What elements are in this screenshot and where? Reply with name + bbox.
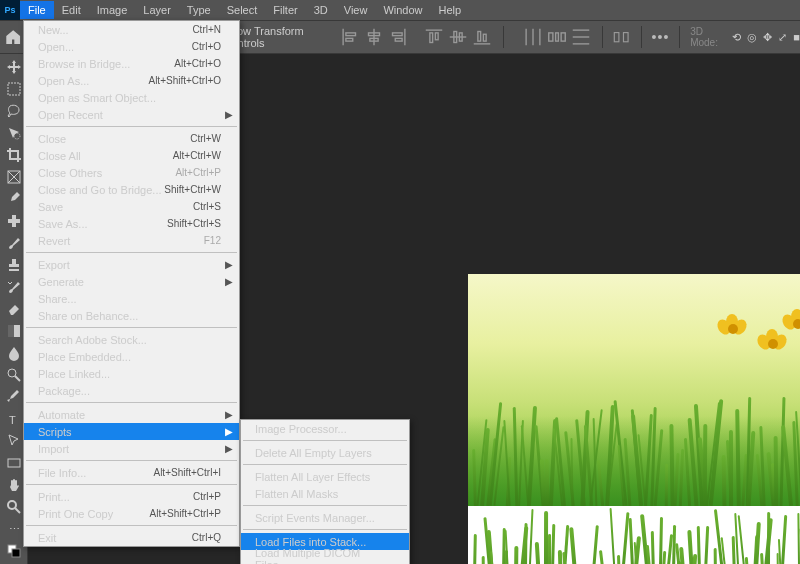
file-menu-place-embedded[interactable]: Place Embedded... [24,348,239,365]
svg-point-38 [8,369,16,377]
file-menu-new[interactable]: New...Ctrl+N [24,21,239,38]
file-menu-open-recent[interactable]: Open Recent▶ [24,106,239,123]
svg-line-39 [15,376,20,381]
distribute-h-icon[interactable] [522,26,544,48]
distribute-spacing-icon[interactable] [612,26,630,48]
svg-rect-16 [478,32,481,42]
more-options-icon[interactable]: ••• [652,29,670,45]
document-window[interactable] [468,274,800,564]
svg-rect-21 [548,33,552,41]
file-menu-close[interactable]: CloseCtrl+W [24,130,239,147]
menu-select[interactable]: Select [219,1,266,19]
svg-rect-22 [555,33,558,41]
file-menu-dropdown: New...Ctrl+NOpen...Ctrl+OBrowse in Bridg… [23,20,240,547]
svg-rect-41 [8,459,20,467]
scripts-submenu-dropdown: Image Processor...Delete All Empty Layer… [240,419,410,564]
svg-rect-28 [624,32,629,41]
svg-rect-17 [483,34,486,41]
file-menu-automate[interactable]: Automate▶ [24,406,239,423]
menu-file[interactable]: File [20,1,54,19]
svg-rect-7 [392,33,402,36]
file-menu-import[interactable]: Import▶ [24,440,239,457]
svg-point-42 [8,501,16,509]
svg-rect-11 [435,33,438,40]
menu-type[interactable]: Type [179,1,219,19]
scripts-menu-delete-all-empty-layers[interactable]: Delete All Empty Layers [241,444,409,461]
menu-3d[interactable]: 3D [306,1,336,19]
orbit-3d-icon[interactable]: ⟲ [732,31,741,44]
svg-line-43 [15,508,20,513]
scripts-menu-script-events-manager[interactable]: Script Events Manager... [241,509,409,526]
svg-text:T: T [9,414,16,426]
app-logo: Ps [0,0,20,20]
menu-edit[interactable]: Edit [54,1,89,19]
file-menu-file-info[interactable]: File Info...Alt+Shift+Ctrl+I [24,464,239,481]
menu-view[interactable]: View [336,1,376,19]
svg-rect-8 [395,38,402,41]
menu-layer[interactable]: Layer [135,1,179,19]
pan-3d-icon[interactable]: ✥ [763,31,772,44]
file-menu-close-all[interactable]: Close AllAlt+Ctrl+W [24,147,239,164]
file-menu-print[interactable]: Print...Ctrl+P [24,488,239,505]
svg-text:⋯: ⋯ [9,523,20,535]
file-menu-package: Package... [24,382,239,399]
svg-rect-2 [346,38,353,41]
file-menu-share-on-behance[interactable]: Share on Behance... [24,307,239,324]
svg-rect-23 [561,33,565,41]
mode3d-label: 3D Mode: [690,26,726,48]
align-top-icon[interactable] [423,26,445,48]
file-menu-place-linked[interactable]: Place Linked... [24,365,239,382]
menu-filter[interactable]: Filter [265,1,305,19]
file-menu-share[interactable]: Share... [24,290,239,307]
align-left-icon[interactable] [339,26,361,48]
scripts-menu-load-multiple-dicom-files[interactable]: Load Multiple DICOM Files... [241,550,409,564]
distribute-h2-icon[interactable] [546,26,568,48]
file-menu-revert: RevertF12 [24,232,239,249]
file-menu-scripts[interactable]: Scripts▶ [24,423,239,440]
file-menu-generate[interactable]: Generate▶ [24,273,239,290]
align-center-v-icon[interactable] [447,26,469,48]
file-menu-save-as[interactable]: Save As...Shift+Ctrl+S [24,215,239,232]
file-menu-browse-in-bridge[interactable]: Browse in Bridge...Alt+Ctrl+O [24,55,239,72]
file-menu-export[interactable]: Export▶ [24,256,239,273]
distribute-v-icon[interactable] [570,26,592,48]
menu-image[interactable]: Image [89,1,136,19]
file-menu-search-adobe-stock[interactable]: Search Adobe Stock... [24,331,239,348]
file-menu-open-as[interactable]: Open As...Alt+Shift+Ctrl+O [24,72,239,89]
home-button[interactable] [4,26,22,48]
scripts-menu-flatten-all-layer-effects[interactable]: Flatten All Layer Effects [241,468,409,485]
align-bottom-icon[interactable] [471,26,493,48]
menu-window[interactable]: Window [375,1,430,19]
scripts-menu-flatten-all-masks[interactable]: Flatten All Masks [241,485,409,502]
svg-rect-1 [346,33,356,36]
svg-rect-27 [615,32,620,41]
roll-3d-icon[interactable]: ◎ [747,31,757,44]
align-right-icon[interactable] [387,26,409,48]
file-menu-open-as-smart-object[interactable]: Open as Smart Object... [24,89,239,106]
file-menu-exit[interactable]: ExitCtrl+Q [24,529,239,546]
svg-rect-10 [430,33,433,43]
file-menu-save[interactable]: SaveCtrl+S [24,198,239,215]
menubar: Ps FileEditImageLayerTypeSelectFilter3DV… [0,0,800,20]
align-center-h-icon[interactable] [363,26,385,48]
file-menu-close-others: Close OthersAlt+Ctrl+P [24,164,239,181]
file-menu-print-one-copy[interactable]: Print One CopyAlt+Shift+Ctrl+P [24,505,239,522]
file-menu-close-and-go-to-bridge[interactable]: Close and Go to Bridge...Shift+Ctrl+W [24,181,239,198]
menu-help[interactable]: Help [431,1,470,19]
svg-rect-29 [8,83,20,95]
file-menu-open[interactable]: Open...Ctrl+O [24,38,239,55]
svg-rect-46 [12,549,20,557]
scripts-menu-image-processor[interactable]: Image Processor... [241,420,409,437]
slide-3d-icon[interactable]: ⤢ [778,31,787,44]
svg-rect-37 [8,325,14,337]
svg-rect-35 [12,215,16,227]
zoom-3d-icon[interactable]: ■ [793,31,800,44]
